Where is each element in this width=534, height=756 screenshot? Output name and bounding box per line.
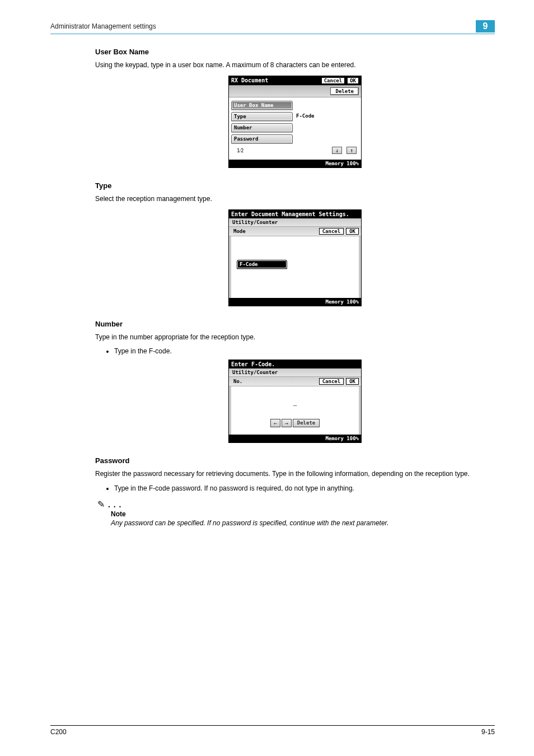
lcd1-tab-type[interactable]: Type bbox=[231, 112, 293, 121]
lcd2-memory-status: Memory 100% bbox=[229, 298, 361, 306]
lcd1-tab-password[interactable]: Password bbox=[231, 134, 293, 143]
footer-page-number: 9-15 bbox=[481, 728, 495, 736]
lcd2-prompt: Enter Document Management Settings. bbox=[231, 211, 349, 217]
footer-product: C200 bbox=[50, 728, 67, 736]
lcd1-cancel-button[interactable]: Cancel bbox=[321, 77, 345, 84]
lcd3-left-arrow-button[interactable]: ← bbox=[270, 419, 280, 427]
section-heading-user-box-name: User Box Name bbox=[95, 48, 495, 56]
note-ellipsis-icon: . . . bbox=[108, 500, 121, 509]
chapter-number-badge: 9 bbox=[476, 20, 495, 32]
lcd1-tab-user-box-name[interactable]: User Box Name bbox=[231, 101, 293, 110]
lcd3-ok-button[interactable]: OK bbox=[346, 378, 359, 385]
lcd1-delete-button[interactable]: Delete bbox=[330, 87, 359, 95]
page-footer: C200 9-15 bbox=[50, 725, 495, 736]
lcd1-type-value: F-Code bbox=[293, 112, 359, 121]
lcd3-right-arrow-button[interactable]: → bbox=[282, 419, 292, 427]
number-bullet: Type in the F-code. bbox=[114, 347, 495, 355]
lcd3-delete-button[interactable]: Delete bbox=[293, 419, 320, 427]
password-bullet: Type in the F-code password. If no passw… bbox=[114, 484, 495, 492]
note-block: ✎ . . . Note Any password can be specifi… bbox=[97, 500, 489, 527]
lcd-screen-rx-document: RX Document Cancel OK Delete User Box Na… bbox=[228, 76, 362, 168]
lcd1-up-arrow-button[interactable]: ↑ bbox=[346, 147, 357, 154]
lcd1-memory-status: Memory 100% bbox=[229, 160, 361, 167]
lcd1-pager: 1⁄2 bbox=[237, 147, 243, 153]
lcd2-ok-button[interactable]: OK bbox=[346, 228, 359, 235]
lcd3-cursor: — bbox=[293, 402, 297, 409]
note-label: Note bbox=[111, 510, 489, 518]
header-title: Administrator Management settings bbox=[50, 22, 156, 30]
number-description: Type in the number appropriate for the r… bbox=[95, 333, 495, 342]
lcd3-memory-status: Memory 100% bbox=[229, 435, 361, 442]
lcd3-cancel-button[interactable]: Cancel bbox=[319, 378, 344, 385]
lcd2-breadcrumb: Utility/Counter bbox=[229, 218, 361, 226]
lcd1-ok-button[interactable]: OK bbox=[347, 77, 359, 84]
lcd2-cancel-button[interactable]: Cancel bbox=[319, 228, 344, 235]
password-description: Register the password necessary for retr… bbox=[95, 469, 495, 479]
note-text: Any password can be specified. If no pas… bbox=[111, 519, 489, 527]
lcd1-down-arrow-button[interactable]: ↓ bbox=[332, 147, 342, 154]
lcd2-mode-label: Mode bbox=[231, 228, 248, 234]
lcd2-fcode-option[interactable]: F-Code bbox=[237, 260, 287, 269]
note-icon: ✎ bbox=[97, 500, 105, 509]
section-heading-number: Number bbox=[95, 320, 495, 328]
section-heading-password: Password bbox=[95, 456, 495, 465]
page-header: Administrator Management settings 9 bbox=[50, 20, 495, 34]
lcd1-tab-number[interactable]: Number bbox=[231, 123, 293, 132]
lcd3-no-label: No. bbox=[231, 379, 245, 384]
lcd1-title: RX Document bbox=[231, 77, 268, 83]
section-heading-type: Type bbox=[95, 181, 495, 190]
lcd-screen-fcode: Enter F-Code. Utility/Counter No. Cancel… bbox=[228, 360, 362, 443]
lcd3-breadcrumb: Utility/Counter bbox=[229, 368, 361, 376]
lcd-screen-management-settings: Enter Document Management Settings. Util… bbox=[228, 209, 362, 306]
user-box-name-description: Using the keypad, type in a user box nam… bbox=[95, 60, 495, 70]
type-description: Select the reception management type. bbox=[95, 194, 495, 204]
lcd3-prompt: Enter F-Code. bbox=[231, 361, 275, 367]
